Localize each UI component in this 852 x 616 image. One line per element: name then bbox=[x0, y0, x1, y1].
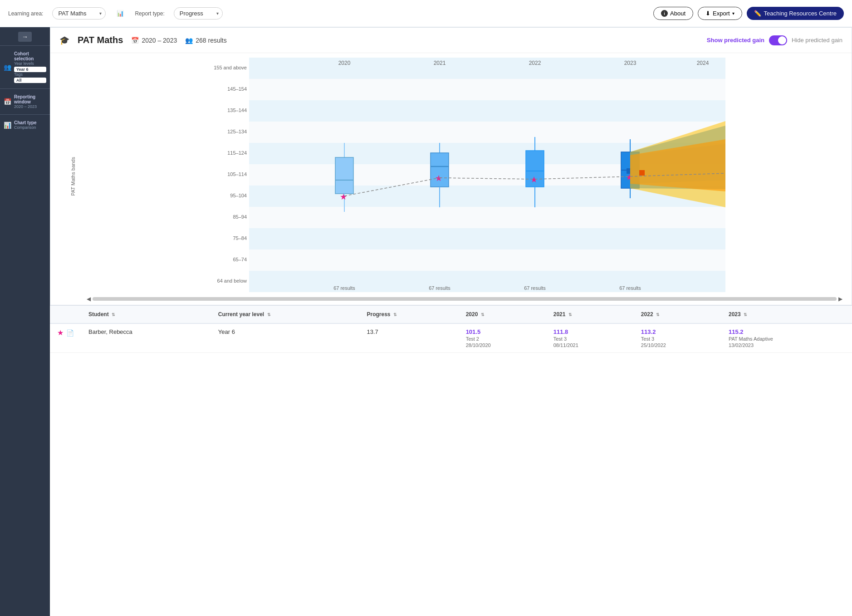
report-type-select-wrap[interactable]: Progress Distribution ▾ bbox=[174, 7, 223, 20]
cohort-icon: 👥 bbox=[4, 64, 11, 71]
sidebar-item-chart-type[interactable]: 📊 Chart type Comparison bbox=[0, 114, 50, 135]
table-panel: Student ⇅ Current year level ⇅ Progress … bbox=[50, 305, 852, 616]
chart-area: PAT Maths bands bbox=[50, 53, 852, 302]
svg-text:65–74: 65–74 bbox=[233, 257, 247, 262]
people-icon: 👥 bbox=[185, 37, 193, 44]
download-icon: ⬇ bbox=[705, 10, 710, 17]
score-2021-cell: 111.8 Test 3 08/11/2021 bbox=[546, 323, 634, 353]
th-2023: 2023 ⇅ bbox=[721, 306, 852, 323]
pencil-icon: ✏️ bbox=[754, 10, 761, 17]
chart-svg: 2020 2021 2022 2023 2024 155 and above 1… bbox=[87, 58, 842, 293]
teaching-resources-button[interactable]: ✏️ Teaching Resources Centre bbox=[747, 7, 844, 20]
chart-title: PAT Maths bbox=[78, 35, 123, 45]
score-2022-value: 113.2 bbox=[641, 328, 714, 335]
show-predicted-gain-label: Show predicted gain bbox=[707, 37, 764, 44]
svg-rect-6 bbox=[249, 79, 725, 100]
svg-rect-28 bbox=[335, 157, 353, 194]
hide-predicted-gain-label: Hide predicted gain bbox=[792, 37, 842, 44]
report-type-label: Report type: bbox=[135, 10, 164, 17]
th-year-level: Current year level ⇅ bbox=[211, 306, 360, 323]
about-button[interactable]: i About bbox=[653, 7, 693, 20]
reporting-window-range: 2020 – 2023 bbox=[14, 104, 46, 109]
chart-scrollbar[interactable] bbox=[93, 297, 837, 301]
about-label: About bbox=[670, 10, 686, 17]
chart-date-range: 2020 – 2023 bbox=[142, 37, 177, 44]
2022-sort-icon[interactable]: ⇅ bbox=[656, 313, 660, 317]
toggle-knob bbox=[778, 36, 786, 44]
chart-meta-results: 👥 268 results bbox=[185, 37, 226, 44]
svg-text:95–104: 95–104 bbox=[230, 193, 247, 198]
learning-area-select-wrap[interactable]: PAT Maths PAT Reading ▾ bbox=[52, 7, 106, 20]
year-level-cell: Year 6 bbox=[211, 323, 360, 353]
content-area: 🎓 PAT Maths 📅 2020 – 2023 👥 268 results … bbox=[50, 27, 852, 616]
svg-rect-0 bbox=[249, 58, 725, 79]
info-icon: i bbox=[661, 10, 668, 17]
chart-header-right: Show predicted gain Hide predicted gain bbox=[707, 35, 842, 45]
svg-text:67 results: 67 results bbox=[524, 285, 546, 291]
svg-text:67 results: 67 results bbox=[619, 285, 641, 291]
chart-scrollbar-container: ◀ ▶ bbox=[87, 296, 842, 302]
row-icons-cell: ★ 📄 bbox=[50, 323, 81, 353]
svg-rect-4 bbox=[249, 228, 725, 249]
2020-sort-icon[interactable]: ⇅ bbox=[481, 313, 485, 317]
data-table: Student ⇅ Current year level ⇅ Progress … bbox=[50, 306, 852, 353]
svg-text:145–154: 145–154 bbox=[227, 86, 247, 92]
cohort-year-levels-label: Year levels bbox=[14, 61, 46, 66]
calendar-icon: 📅 bbox=[4, 98, 11, 105]
table-body: ★ 📄 Barber, Rebecca Year 6 13.7 101.5 Te… bbox=[50, 323, 852, 353]
score-2023-cell: 115.2 PAT Maths Adaptive 13/02/2023 bbox=[721, 323, 852, 353]
teaching-resources-label: Teaching Resources Centre bbox=[764, 10, 837, 17]
svg-text:2023: 2023 bbox=[624, 60, 637, 66]
chart-meta-date: 📅 2020 – 2023 bbox=[131, 37, 177, 44]
sidebar-item-reporting-window[interactable]: 📅 Reporting window 2020 – 2023 bbox=[0, 88, 50, 114]
svg-text:67 results: 67 results bbox=[333, 285, 355, 291]
doc-icon[interactable]: 📄 bbox=[66, 329, 74, 337]
svg-text:2021: 2021 bbox=[434, 60, 446, 66]
reporting-window-label: Reporting window bbox=[14, 94, 46, 104]
svg-rect-7 bbox=[249, 122, 725, 143]
svg-text:105–114: 105–114 bbox=[227, 171, 247, 177]
svg-rect-5 bbox=[249, 271, 725, 292]
svg-rect-1 bbox=[249, 100, 725, 122]
svg-text:2024: 2024 bbox=[697, 60, 709, 66]
score-2021-detail2: 08/11/2021 bbox=[553, 342, 627, 348]
svg-text:135–144: 135–144 bbox=[227, 108, 247, 113]
sidebar-toggle-button[interactable]: → bbox=[18, 32, 32, 42]
sidebar: → 👥 Cohort selection Year levels Year 6 … bbox=[0, 27, 50, 616]
y-axis-label: PAT Maths bands bbox=[70, 157, 76, 196]
chart-inner: PAT Maths bands bbox=[59, 58, 842, 295]
chart-type-label-wrap: Chart type Comparison bbox=[14, 120, 36, 130]
student-sort-icon[interactable]: ⇅ bbox=[112, 313, 115, 317]
scrollbar-right-arrow[interactable]: ▶ bbox=[838, 296, 842, 302]
header-right: i About ⬇ Export ▾ ✏️ Teaching Resources… bbox=[653, 7, 844, 20]
predicted-gain-toggle[interactable] bbox=[769, 35, 787, 45]
th-2022: 2022 ⇅ bbox=[634, 306, 721, 323]
sidebar-item-cohort-selection[interactable]: 👥 Cohort selection Year levels Year 6 Ta… bbox=[0, 45, 50, 88]
th-student bbox=[50, 306, 81, 323]
svg-text:115–124: 115–124 bbox=[227, 150, 247, 156]
scrollbar-left-arrow[interactable]: ◀ bbox=[87, 296, 91, 302]
svg-rect-55 bbox=[639, 170, 645, 176]
learning-area-select[interactable]: PAT Maths PAT Reading bbox=[52, 7, 106, 20]
year-level-sort-icon[interactable]: ⇅ bbox=[267, 313, 271, 317]
th-2021: 2021 ⇅ bbox=[546, 306, 634, 323]
2021-sort-icon[interactable]: ⇅ bbox=[568, 313, 572, 317]
svg-text:155 and above: 155 and above bbox=[214, 65, 247, 70]
svg-text:67 results: 67 results bbox=[429, 285, 450, 291]
svg-text:2020: 2020 bbox=[338, 60, 351, 66]
score-2023-value: 115.2 bbox=[729, 328, 845, 335]
chart-type-label: Chart type bbox=[14, 120, 36, 125]
progress-sort-icon[interactable]: ⇅ bbox=[393, 313, 397, 317]
export-label: Export bbox=[713, 10, 730, 17]
score-2020-cell: 101.5 Test 2 28/10/2020 bbox=[459, 323, 546, 353]
report-type-select[interactable]: Progress Distribution bbox=[174, 7, 223, 20]
chart-main: 2020 2021 2022 2023 2024 155 and above 1… bbox=[87, 58, 842, 295]
export-arrow-icon: ▾ bbox=[732, 11, 734, 16]
svg-rect-9 bbox=[249, 207, 725, 228]
student-name-cell: Barber, Rebecca bbox=[81, 323, 211, 353]
progress-cell: 13.7 bbox=[359, 323, 458, 353]
th-2020: 2020 ⇅ bbox=[459, 306, 546, 323]
star-icon[interactable]: ★ bbox=[57, 328, 64, 337]
2023-sort-icon[interactable]: ⇅ bbox=[744, 313, 747, 317]
export-button[interactable]: ⬇ Export ▾ bbox=[698, 7, 742, 20]
